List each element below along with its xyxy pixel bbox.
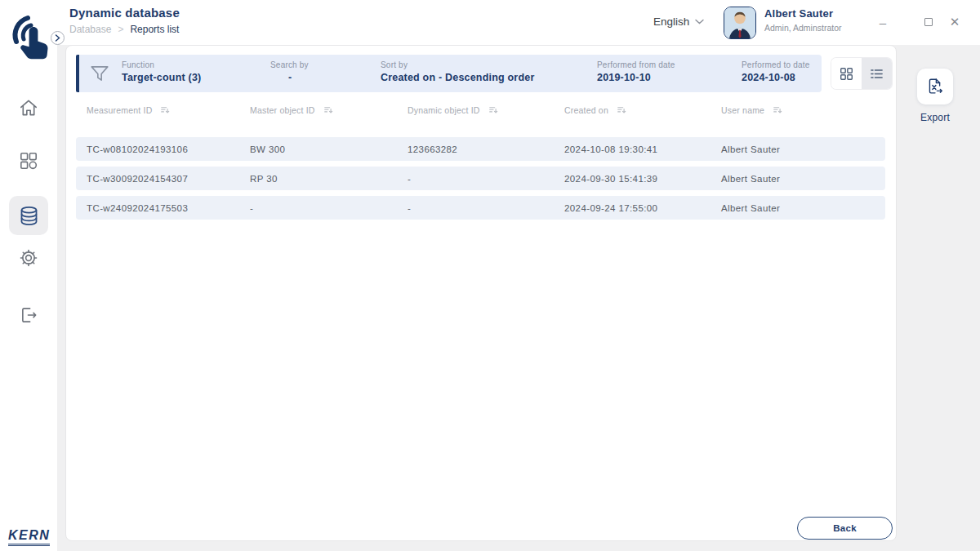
filter-field-function: Function Target-count (3) xyxy=(122,60,201,83)
list-view-button[interactable] xyxy=(862,58,892,89)
table-cell: - xyxy=(408,174,564,184)
export-excel-icon xyxy=(925,77,945,96)
breadcrumb: Database > Reports list xyxy=(69,24,179,35)
expand-sidebar-button[interactable] xyxy=(51,31,65,45)
table-cell: 2024-09-24 17:55:00 xyxy=(564,203,721,213)
database-icon xyxy=(18,205,40,227)
table-header: Measurement ID Master object ID Dynamic … xyxy=(76,105,888,115)
logout-icon xyxy=(18,304,39,326)
filter-field-label: Search by xyxy=(270,60,309,69)
sort-filter-icon[interactable] xyxy=(323,105,333,115)
page-title: Dynamic database xyxy=(69,6,180,20)
filter-field-value: 2019-10-10 xyxy=(597,72,675,83)
breadcrumb-separator: > xyxy=(118,24,123,35)
table-body: TC-w08102024193106BW 3001236632822024-10… xyxy=(76,137,885,225)
table-row[interactable]: TC-w30092024154307RP 30-2024-09-30 15:41… xyxy=(76,167,885,190)
maximize-icon xyxy=(924,18,933,26)
home-icon xyxy=(18,97,39,118)
column-header-master-object-id[interactable]: Master object ID xyxy=(250,105,408,115)
avatar[interactable] xyxy=(724,7,756,39)
column-header-measurement-id[interactable]: Measurement ID xyxy=(87,105,250,115)
table-cell: RP 30 xyxy=(250,174,408,184)
filter-funnel-icon xyxy=(89,63,110,84)
breadcrumb-item-database[interactable]: Database xyxy=(69,24,111,35)
column-header-created-on[interactable]: Created on xyxy=(564,105,721,115)
column-label: Created on xyxy=(564,105,608,115)
filter-field-performed-from: Performed from date 2019-10-10 xyxy=(597,60,675,83)
grid-view-icon xyxy=(840,67,853,81)
filter-bar[interactable]: Function Target-count (3) Search by - So… xyxy=(76,55,822,92)
sort-filter-icon[interactable] xyxy=(488,105,498,115)
sort-filter-icon[interactable] xyxy=(160,105,170,115)
table-cell: TC-w24092024175503 xyxy=(87,203,250,213)
sort-filter-icon[interactable] xyxy=(617,105,626,115)
apps-grid-icon xyxy=(18,150,39,171)
filter-field-label: Sort by xyxy=(381,60,534,69)
filter-field-label: Performed to date xyxy=(742,60,809,69)
user-role: Admin, Adminstrator xyxy=(764,23,842,33)
table-cell: BW 300 xyxy=(250,144,408,154)
column-header-dynamic-object-id[interactable]: Dynamic object ID xyxy=(408,105,564,115)
table-cell: 2024-09-30 15:41:39 xyxy=(564,174,721,184)
filter-field-value: Created on - Descending order xyxy=(381,72,534,83)
table-cell: 2024-10-08 19:30:41 xyxy=(564,144,721,154)
filter-accent-bar xyxy=(76,55,79,92)
back-button[interactable]: Back xyxy=(797,517,893,540)
table-cell: TC-w30092024154307 xyxy=(87,174,250,184)
sort-filter-icon[interactable] xyxy=(773,105,782,115)
table-cell: - xyxy=(250,203,408,213)
column-label: Dynamic object ID xyxy=(408,105,480,115)
header: Dynamic database Database > Reports list… xyxy=(0,0,980,45)
view-toggle xyxy=(831,58,892,89)
language-selector[interactable]: English xyxy=(653,16,704,28)
app-logo-icon xyxy=(11,12,53,63)
main-card: Function Target-count (3) Search by - So… xyxy=(65,45,897,541)
user-name: Albert Sauter xyxy=(764,7,842,20)
list-view-icon xyxy=(870,67,884,81)
sidebar-item-settings[interactable] xyxy=(0,247,57,269)
column-header-user-name[interactable]: User name xyxy=(721,105,888,115)
table-row[interactable]: TC-w24092024175503--2024-09-24 17:55:00A… xyxy=(76,196,885,220)
filter-field-performed-to: Performed to date 2024-10-08 xyxy=(742,60,809,83)
table-cell: Albert Sauter xyxy=(721,144,885,154)
user-block[interactable]: Albert Sauter Admin, Adminstrator xyxy=(764,7,842,33)
gear-icon xyxy=(18,247,39,269)
filter-field-label: Function xyxy=(122,60,201,69)
table-cell: TC-w08102024193106 xyxy=(87,144,250,154)
filter-field-value: Target-count (3) xyxy=(122,72,201,83)
minimize-button[interactable]: – xyxy=(872,11,893,33)
sidebar-item-apps[interactable] xyxy=(0,150,57,171)
filter-field-value: 2024-10-08 xyxy=(742,72,809,83)
filter-field-sort-by: Sort by Created on - Descending order xyxy=(381,60,534,83)
kern-logo: KERN xyxy=(8,528,50,546)
table-cell: 123663282 xyxy=(408,144,564,154)
table-cell: - xyxy=(408,203,564,213)
filter-field-search-by: Search by - xyxy=(270,60,309,83)
sidebar-item-home[interactable] xyxy=(0,97,57,118)
breadcrumb-item-reports-list: Reports list xyxy=(130,24,179,35)
table-cell: Albert Sauter xyxy=(721,203,885,213)
column-label: Master object ID xyxy=(250,105,315,115)
column-label: User name xyxy=(721,105,764,115)
table-cell: Albert Sauter xyxy=(721,174,885,184)
user-photo xyxy=(724,7,755,38)
table-row[interactable]: TC-w08102024193106BW 3001236632822024-10… xyxy=(76,137,885,161)
language-label: English xyxy=(653,16,689,28)
sidebar-item-database[interactable] xyxy=(9,196,48,235)
close-button[interactable]: ✕ xyxy=(944,11,965,33)
maximize-button[interactable] xyxy=(918,11,939,33)
export-button[interactable] xyxy=(917,69,953,104)
export-section: Export xyxy=(898,69,973,123)
grid-view-button[interactable] xyxy=(831,58,862,89)
column-label: Measurement ID xyxy=(87,105,152,115)
chevron-down-icon xyxy=(695,19,704,24)
sidebar-item-logout[interactable] xyxy=(0,304,57,326)
filter-field-label: Performed from date xyxy=(597,60,675,69)
sidebar: KERN xyxy=(0,45,57,551)
chevron-right-icon xyxy=(55,34,60,42)
filter-field-value: - xyxy=(270,72,309,83)
export-label: Export xyxy=(898,112,973,123)
